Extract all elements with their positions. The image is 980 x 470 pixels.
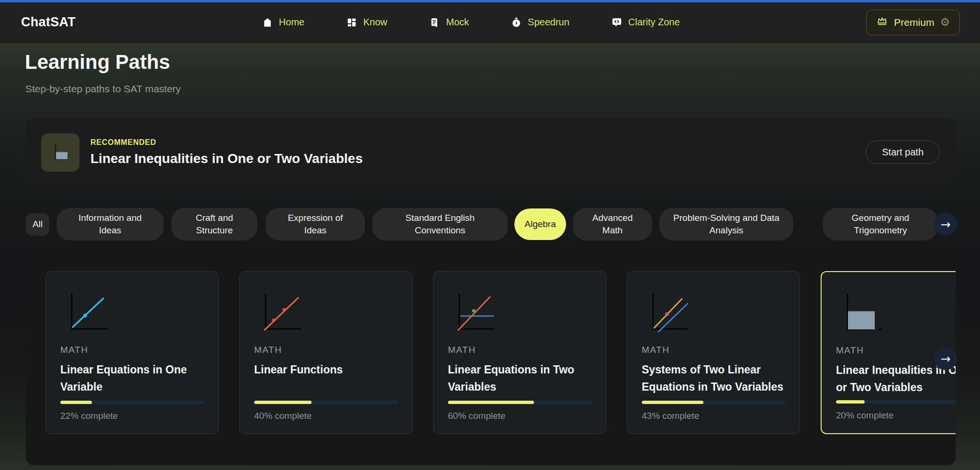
- progress-bar: [448, 401, 591, 404]
- filter-chip-expression-of-ideas[interactable]: Expression of Ideas: [266, 208, 365, 240]
- path-card-systems-two-linear-equations[interactable]: MATH Systems of Two Linear Equations in …: [627, 271, 800, 434]
- filter-chip-problem-solving-data-analysis[interactable]: Problem-Solving and Data Analysis: [659, 208, 793, 240]
- progress-bar: [60, 401, 204, 404]
- nav-item-label: Clarity Zone: [628, 17, 680, 28]
- app-window: ChatSAT Home Know Mock Speedrun Clarity …: [0, 0, 980, 470]
- progress-label: 22% complete: [60, 411, 204, 421]
- filter-chip-information-and-ideas[interactable]: Information and Ideas: [56, 208, 164, 240]
- card-title: Linear Equations in Two Variables: [448, 361, 591, 395]
- progress-section: 60% complete: [448, 401, 591, 421]
- path-card-linear-equations-two-variables[interactable]: MATH Linear Equations in Two Variables 6…: [433, 271, 606, 434]
- premium-button[interactable]: Premium ⚙: [866, 10, 960, 35]
- card-subject: MATH: [642, 345, 785, 355]
- crown-icon: [876, 15, 888, 30]
- parallel-lines-icon: [646, 290, 694, 335]
- progress-section: 40% complete: [254, 401, 398, 421]
- filter-chip-craft-and-structure[interactable]: Craft and Structure: [171, 208, 257, 240]
- card-subject: MATH: [254, 345, 398, 355]
- gear-icon[interactable]: ⚙: [940, 17, 950, 28]
- progress-fill: [448, 401, 534, 404]
- recommended-banner: RECOMMENDED Linear Inequalities in One o…: [26, 119, 956, 186]
- grid-icon: [346, 17, 357, 28]
- progress-fill: [836, 400, 865, 404]
- nav-item-home[interactable]: Home: [262, 17, 304, 28]
- home-icon: [262, 17, 273, 28]
- card-title: Systems of Two Linear Equations in Two V…: [642, 361, 785, 395]
- nav-item-label: Know: [363, 17, 387, 28]
- nav-item-label: Mock: [446, 17, 469, 28]
- progress-fill: [642, 401, 703, 404]
- line-chart-blue-icon: [65, 290, 113, 335]
- shaded-region-icon: [41, 133, 79, 172]
- start-path-button[interactable]: Start path: [866, 141, 940, 164]
- card-subject: MATH: [60, 345, 204, 355]
- progress-label: 43% complete: [642, 411, 785, 421]
- arrow-right-icon: →: [941, 352, 951, 366]
- page-subtitle: Step-by-step paths to SAT mastery: [25, 83, 181, 95]
- filter-chip-row: All Information and Ideas Craft and Stru…: [26, 208, 938, 240]
- filter-chip-algebra-selected[interactable]: Algebra: [514, 208, 566, 240]
- path-card-linear-equations-one-variable[interactable]: MATH Linear Equations in One Variable 22…: [45, 271, 219, 434]
- progress-section: 22% complete: [60, 401, 204, 421]
- recommended-text-block: RECOMMENDED Linear Inequalities in One o…: [90, 138, 363, 166]
- chat-code-icon: [612, 17, 622, 28]
- recommended-eyebrow: RECOMMENDED: [90, 138, 363, 147]
- progress-label: 40% complete: [254, 411, 398, 421]
- progress-bar: [254, 401, 398, 404]
- nav-item-speedrun[interactable]: Speedrun: [511, 17, 569, 28]
- nav-item-label: Speedrun: [528, 17, 569, 28]
- nav-links: Home Know Mock Speedrun Clarity Zone: [76, 17, 866, 28]
- progress-label: 60% complete: [448, 411, 591, 421]
- progress-fill: [254, 401, 312, 404]
- filter-chip-advanced-math[interactable]: Advanced Math: [573, 208, 652, 240]
- page-title: Learning Paths: [25, 51, 170, 74]
- nav-item-label: Home: [279, 17, 304, 28]
- path-card-linear-functions[interactable]: MATH Linear Functions 40% complete: [239, 271, 412, 434]
- arrow-right-icon: →: [941, 218, 951, 231]
- shaded-region-icon: [841, 290, 889, 336]
- premium-label: Premium: [894, 17, 934, 28]
- brand-logo: ChatSAT: [21, 15, 76, 30]
- filter-chip-standard-english-conventions[interactable]: Standard English Conventions: [372, 208, 508, 240]
- progress-section: 20% complete: [836, 400, 956, 421]
- progress-fill: [60, 401, 92, 404]
- filter-chip-geometry-trigonometry[interactable]: Geometry and Trigonometry: [823, 208, 938, 240]
- progress-bar: [642, 401, 785, 404]
- intersecting-lines-icon: [453, 290, 501, 335]
- recommended-title: Linear Inequalities in One or Two Variab…: [90, 151, 363, 166]
- card-title: Linear Equations in One Variable: [60, 361, 204, 395]
- card-subject: MATH: [448, 345, 591, 355]
- filter-chip-all[interactable]: All: [26, 213, 49, 236]
- stopwatch-icon: [511, 17, 522, 28]
- nav-item-know[interactable]: Know: [346, 17, 387, 28]
- chips-scroll-right-button[interactable]: →: [934, 213, 957, 236]
- card-title: Linear Functions: [254, 361, 398, 378]
- paths-panel: MATH Linear Equations in One Variable 22…: [26, 252, 956, 465]
- progress-bar: [836, 400, 956, 404]
- progress-label: 20% complete: [836, 410, 956, 421]
- receipt-icon: [429, 17, 440, 28]
- nav-item-mock[interactable]: Mock: [429, 17, 469, 28]
- nav-item-clarity-zone[interactable]: Clarity Zone: [612, 17, 680, 28]
- progress-section: 43% complete: [642, 401, 785, 421]
- top-nav-bar: ChatSAT Home Know Mock Speedrun Clarity …: [0, 2, 980, 43]
- cards-scroll-right-button[interactable]: →: [934, 347, 957, 370]
- line-chart-red-icon: [259, 290, 307, 335]
